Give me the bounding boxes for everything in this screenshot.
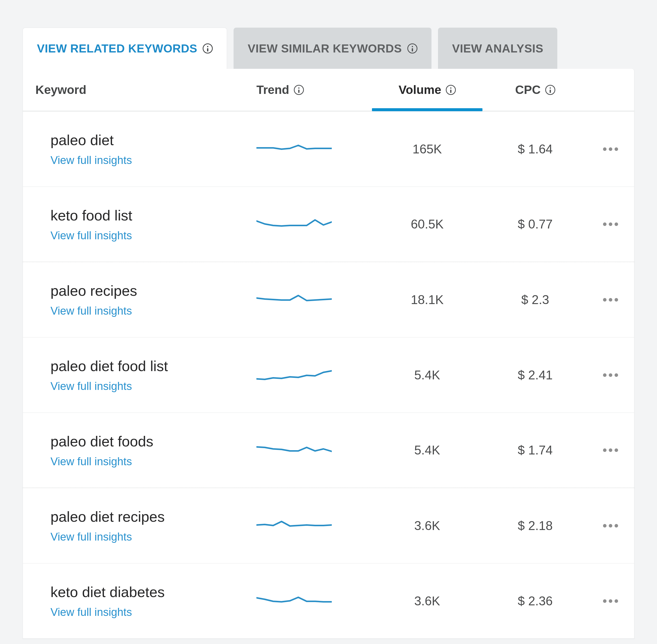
tab-label: VIEW SIMILAR KEYWORDS bbox=[248, 42, 402, 55]
trend-sparkline-icon bbox=[256, 369, 332, 382]
keyword-text: paleo diet bbox=[50, 132, 114, 148]
cell-cpc: $ 2.18 bbox=[482, 519, 588, 533]
cell-keyword: paleo recipesView full insights bbox=[50, 282, 256, 317]
keyword-text: paleo diet recipes bbox=[50, 508, 165, 525]
more-actions-icon[interactable] bbox=[599, 521, 621, 531]
volume-value: 3.6K bbox=[414, 519, 440, 533]
cell-cpc: $ 2.3 bbox=[482, 293, 588, 307]
cell-cpc: $ 2.41 bbox=[482, 368, 588, 383]
tab-similar-keywords[interactable]: VIEW SIMILAR KEYWORDS bbox=[233, 28, 431, 69]
cell-volume: 60.5K bbox=[372, 217, 482, 231]
more-actions-icon[interactable] bbox=[599, 144, 621, 155]
info-icon[interactable] bbox=[294, 85, 304, 95]
cell-keyword: keto diet diabetesView full insights bbox=[50, 583, 256, 618]
cell-volume: 3.6K bbox=[372, 519, 482, 533]
cell-trend bbox=[256, 369, 372, 382]
column-label: Keyword bbox=[36, 83, 86, 97]
cell-cpc: $ 0.77 bbox=[482, 217, 588, 231]
view-full-insights-link[interactable]: View full insights bbox=[50, 229, 132, 242]
cell-volume: 165K bbox=[372, 142, 482, 156]
more-actions-icon[interactable] bbox=[599, 445, 621, 456]
trend-sparkline-icon bbox=[256, 444, 332, 457]
panel-wrap: Keyword Trend Volume CPC paleo dietView … bbox=[23, 69, 634, 639]
more-actions-icon[interactable] bbox=[599, 295, 621, 305]
keyword-text: paleo diet foods bbox=[50, 433, 154, 450]
cell-trend bbox=[256, 218, 372, 230]
keyword-text: keto diet diabetes bbox=[50, 583, 165, 600]
cell-trend bbox=[256, 444, 372, 457]
cell-cpc: $ 1.74 bbox=[482, 443, 588, 457]
column-header-trend[interactable]: Trend bbox=[256, 83, 372, 97]
trend-sparkline-icon bbox=[256, 595, 332, 607]
info-icon[interactable] bbox=[203, 43, 213, 53]
cell-actions bbox=[588, 596, 621, 606]
cpc-value: $ 1.64 bbox=[518, 142, 552, 156]
cell-trend bbox=[256, 143, 372, 155]
keyword-text: paleo diet food list bbox=[50, 358, 168, 374]
trend-sparkline-icon bbox=[256, 294, 332, 306]
info-icon[interactable] bbox=[446, 85, 456, 95]
cell-cpc: $ 2.36 bbox=[482, 594, 588, 608]
volume-value: 5.4K bbox=[414, 443, 440, 457]
tab-related-keywords[interactable]: VIEW RELATED KEYWORDS bbox=[23, 28, 227, 69]
volume-value: 5.4K bbox=[414, 368, 440, 383]
keyword-text: keto food list bbox=[50, 207, 132, 224]
cell-cpc: $ 1.64 bbox=[482, 142, 588, 156]
cell-trend bbox=[256, 520, 372, 532]
more-actions-icon[interactable] bbox=[599, 596, 621, 606]
column-label: Volume bbox=[399, 83, 441, 97]
cell-trend bbox=[256, 595, 372, 607]
cell-actions bbox=[588, 521, 621, 531]
info-icon[interactable] bbox=[407, 43, 417, 53]
cpc-value: $ 2.3 bbox=[521, 293, 549, 307]
view-full-insights-link[interactable]: View full insights bbox=[50, 304, 132, 317]
cell-trend bbox=[256, 294, 372, 306]
more-actions-icon[interactable] bbox=[599, 219, 621, 229]
volume-value: 60.5K bbox=[411, 217, 444, 231]
volume-value: 3.6K bbox=[414, 594, 440, 608]
view-full-insights-link[interactable]: View full insights bbox=[50, 380, 132, 392]
trend-sparkline-icon bbox=[256, 143, 332, 155]
cell-keyword: paleo diet recipesView full insights bbox=[50, 508, 256, 543]
results-panel: Keyword Trend Volume CPC paleo dietView … bbox=[23, 69, 634, 639]
tab-analysis[interactable]: VIEW ANALYSIS bbox=[438, 28, 558, 69]
cell-volume: 3.6K bbox=[372, 594, 482, 608]
tab-strip: VIEW RELATED KEYWORDS VIEW SIMILAR KEYWO… bbox=[23, 28, 634, 69]
table-row: keto food listView full insights60.5K$ 0… bbox=[23, 187, 634, 262]
view-full-insights-link[interactable]: View full insights bbox=[50, 606, 132, 618]
cell-actions bbox=[588, 370, 621, 381]
keyword-text: paleo recipes bbox=[50, 282, 137, 299]
column-label: Trend bbox=[256, 83, 289, 97]
cpc-value: $ 2.41 bbox=[518, 368, 552, 383]
cpc-value: $ 1.74 bbox=[518, 443, 552, 457]
cell-actions bbox=[588, 295, 621, 305]
cell-actions bbox=[588, 219, 621, 229]
cell-actions bbox=[588, 144, 621, 155]
column-label: CPC bbox=[515, 83, 541, 97]
cpc-value: $ 0.77 bbox=[518, 217, 552, 231]
view-full-insights-link[interactable]: View full insights bbox=[50, 530, 132, 543]
column-header-cpc[interactable]: CPC bbox=[482, 83, 588, 97]
column-header-keyword[interactable]: Keyword bbox=[36, 83, 256, 97]
more-actions-icon[interactable] bbox=[599, 370, 621, 381]
table-body: paleo dietView full insights165K$ 1.64ke… bbox=[23, 112, 634, 639]
cpc-value: $ 2.36 bbox=[518, 594, 552, 608]
trend-sparkline-icon bbox=[256, 520, 332, 532]
column-header-volume[interactable]: Volume bbox=[372, 83, 482, 97]
volume-value: 165K bbox=[413, 142, 442, 156]
table-row: paleo diet food listView full insights5.… bbox=[23, 338, 634, 413]
cell-keyword: paleo dietView full insights bbox=[50, 132, 256, 166]
tab-label: VIEW ANALYSIS bbox=[452, 42, 543, 55]
cell-keyword: paleo diet food listView full insights bbox=[50, 358, 256, 392]
cell-keyword: keto food listView full insights bbox=[50, 207, 256, 242]
view-full-insights-link[interactable]: View full insights bbox=[50, 455, 132, 468]
cell-volume: 5.4K bbox=[372, 443, 482, 457]
table-row: keto diet diabetesView full insights3.6K… bbox=[23, 564, 634, 639]
cell-keyword: paleo diet foodsView full insights bbox=[50, 433, 256, 468]
table-row: paleo dietView full insights165K$ 1.64 bbox=[23, 112, 634, 187]
table-header: Keyword Trend Volume CPC bbox=[23, 69, 634, 112]
table-row: paleo diet foodsView full insights5.4K$ … bbox=[23, 413, 634, 488]
keyword-research-panel: VIEW RELATED KEYWORDS VIEW SIMILAR KEYWO… bbox=[0, 0, 657, 644]
info-icon[interactable] bbox=[545, 85, 555, 95]
view-full-insights-link[interactable]: View full insights bbox=[50, 154, 132, 166]
